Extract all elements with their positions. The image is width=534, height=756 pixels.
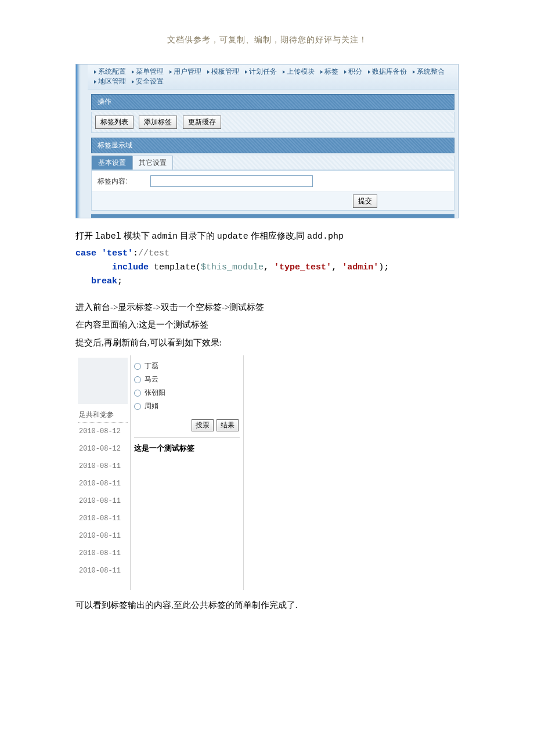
- tab-basic-settings[interactable]: 基本设置: [92, 156, 132, 170]
- tab-other-settings[interactable]: 其它设置: [132, 156, 173, 170]
- triangle-icon: [94, 80, 96, 84]
- radio-icon: [134, 363, 141, 370]
- menu-item[interactable]: 标签: [320, 67, 338, 77]
- tag-list-button[interactable]: 标签列表: [95, 116, 134, 129]
- date-item: 2010-08-11: [78, 562, 128, 579]
- radio-option[interactable]: 马云: [134, 375, 240, 384]
- triangle-icon: [344, 70, 347, 74]
- triangle-icon: [368, 70, 370, 74]
- menu-item[interactable]: 地区管理: [94, 77, 126, 87]
- menu-item[interactable]: 菜单管理: [132, 67, 164, 77]
- triangle-icon: [132, 70, 134, 74]
- admin-panel: 系统配置 菜单管理 用户管理 模板管理 计划任务 上传模块 标签 积分 数据库备…: [75, 64, 459, 218]
- date-item: 2010-08-11: [78, 492, 128, 510]
- menu-item[interactable]: 系统整合: [413, 67, 445, 77]
- add-tag-button[interactable]: 添加标签: [139, 116, 177, 129]
- thumbnail-placeholder: [78, 358, 128, 404]
- document-header-note: 文档供参考，可复制、编制，期待您的好评与关注！: [75, 35, 459, 45]
- admin-menubar: 系统配置 菜单管理 用户管理 模板管理 计划任务 上传模块 标签 积分 数据库备…: [88, 64, 458, 89]
- menu-item[interactable]: 上传模块: [283, 67, 315, 77]
- triangle-icon: [320, 70, 323, 74]
- submit-button[interactable]: 提交: [353, 195, 377, 208]
- code-line-2: include template($this_module, 'type_tes…: [75, 261, 459, 275]
- radio-icon: [134, 376, 141, 383]
- radio-icon: [134, 403, 141, 410]
- frontend-screenshot: 足共和党参 2010-08-12 2010-08-12 2010-08-11 2…: [75, 355, 244, 590]
- step-p2: 进入前台->显示标签->双击一个空标签->测试标签: [75, 299, 459, 316]
- operations-bar: 操作: [91, 94, 454, 110]
- radio-icon: [134, 390, 141, 397]
- tag-content-input[interactable]: [150, 175, 313, 187]
- radio-option[interactable]: 周娟: [134, 401, 240, 411]
- side-title: 足共和党参: [78, 408, 128, 423]
- menu-item[interactable]: 数据库备份: [368, 67, 407, 77]
- admin-left-gutter: [76, 64, 88, 218]
- tab-row: 基本设置 其它设置: [92, 156, 454, 170]
- submit-row: 提交: [91, 192, 454, 211]
- date-item: 2010-08-12: [78, 440, 128, 458]
- vote-button[interactable]: 投票: [192, 419, 214, 431]
- update-cache-button[interactable]: 更新缓存: [183, 116, 221, 129]
- tag-content-row: 标签内容:: [91, 170, 454, 192]
- frontend-right-column: 丁磊 马云 张朝阳 周娟 投票 结果 这是一个测试标签: [131, 355, 243, 590]
- triangle-icon: [413, 70, 415, 74]
- code-line-3: break;: [75, 275, 459, 289]
- triangle-icon: [245, 70, 247, 74]
- date-item: 2010-08-11: [78, 475, 128, 492]
- tag-output-text: 这是一个测试标签: [134, 441, 240, 456]
- code-line-1: case 'test'://test: [75, 247, 459, 261]
- date-item: 2010-08-11: [78, 458, 128, 475]
- date-item: 2010-08-12: [78, 423, 128, 440]
- body-text: 打开 label 模块下 admin 目录下的 update 作相应修改,同 a…: [75, 228, 459, 351]
- step-p4: 提交后,再刷新前台,可以看到如下效果:: [75, 334, 459, 351]
- menu-item[interactable]: 用户管理: [169, 67, 201, 77]
- menu-item[interactable]: 计划任务: [245, 67, 277, 77]
- display-bar: 标签显示域: [91, 138, 454, 153]
- radio-option[interactable]: 丁磊: [134, 361, 240, 371]
- frontend-left-column: 足共和党参 2010-08-12 2010-08-12 2010-08-11 2…: [75, 355, 131, 590]
- triangle-icon: [207, 70, 210, 74]
- operations-body: 标签列表 添加标签 更新缓存: [91, 112, 454, 133]
- tag-content-label: 标签内容:: [98, 177, 127, 186]
- radio-option[interactable]: 张朝阳: [134, 388, 240, 398]
- menu-item[interactable]: 系统配置: [94, 67, 126, 77]
- date-item: 2010-08-11: [78, 545, 128, 562]
- menu-item[interactable]: 安全设置: [132, 77, 164, 87]
- admin-footer-bar: [91, 214, 454, 218]
- conclusion-text: 可以看到标签输出的内容,至此公共标签的简单制作完成了.: [75, 597, 459, 614]
- result-button[interactable]: 结果: [217, 419, 239, 431]
- menu-item[interactable]: 模板管理: [207, 67, 239, 77]
- triangle-icon: [132, 80, 134, 84]
- date-item: 2010-08-11: [78, 510, 128, 527]
- menu-item[interactable]: 积分: [344, 67, 362, 77]
- triangle-icon: [94, 70, 96, 74]
- triangle-icon: [283, 70, 285, 74]
- triangle-icon: [169, 70, 172, 74]
- step-p3: 在内容里面输入:这是一个测试标签: [75, 316, 459, 333]
- date-item: 2010-08-11: [78, 527, 128, 545]
